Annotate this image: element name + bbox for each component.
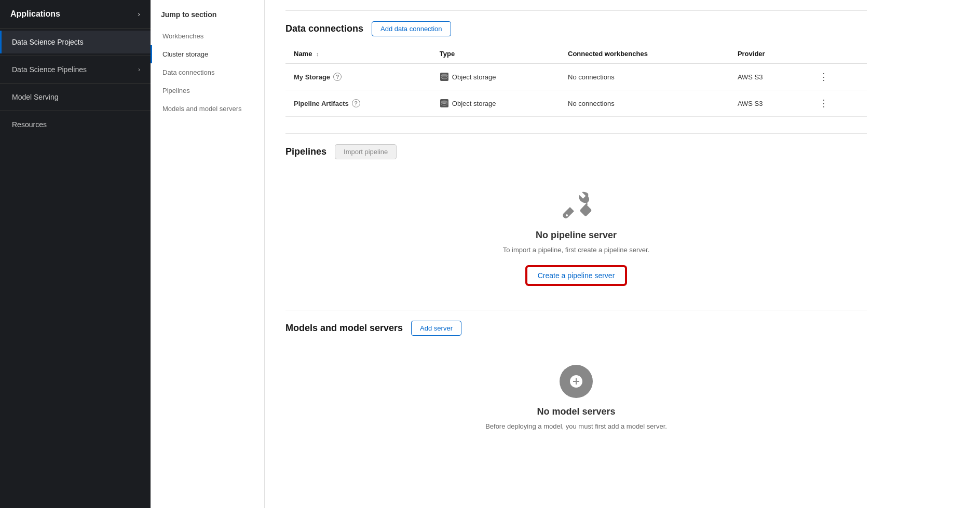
table-cell-connected-workbenches: No connections	[560, 63, 729, 90]
jump-item-workbenches[interactable]: Workbenches	[151, 27, 264, 45]
models-empty-title: No model servers	[537, 406, 615, 417]
sidebar-item-label: Data Science Pipelines	[12, 65, 87, 74]
pipelines-empty-desc: To import a pipeline, first create a pip…	[503, 246, 650, 254]
jump-item-data-connections[interactable]: Data connections	[151, 63, 264, 81]
sidebar: Applications › Data Science Projects Dat…	[0, 0, 151, 508]
row-actions-button[interactable]: ⋮	[815, 70, 833, 84]
col-header-name: Name ↕	[285, 45, 431, 63]
pipelines-title: Pipelines	[285, 146, 326, 157]
data-connections-table: Name ↕ Type Connected workbenches Provid…	[285, 45, 867, 117]
table-cell-name: My Storage ?	[285, 63, 431, 90]
row-type-label: Object storage	[452, 73, 496, 81]
table-header-row: Name ↕ Type Connected workbenches Provid…	[285, 45, 867, 63]
pipelines-header: Pipelines Import pipeline	[285, 134, 867, 168]
table-row: My Storage ? Object storag	[285, 63, 867, 90]
models-title: Models and model servers	[285, 323, 403, 334]
sidebar-item-data-science-projects[interactable]: Data Science Projects	[0, 31, 151, 53]
sidebar-item-label: Model Serving	[12, 93, 59, 101]
table-row: Pipeline Artifacts ? Objec	[285, 90, 867, 117]
col-header-provider: Provider	[729, 45, 807, 63]
info-icon[interactable]: ?	[352, 99, 360, 107]
circle-plus-icon	[560, 365, 593, 398]
row-actions-button[interactable]: ⋮	[815, 96, 833, 111]
add-server-button[interactable]: Add server	[411, 321, 461, 336]
sidebar-item-resources[interactable]: Resources	[0, 113, 151, 136]
pipelines-empty-state: No pipeline server To import a pipeline,…	[285, 168, 867, 306]
pipelines-empty-title: No pipeline server	[536, 230, 617, 241]
models-empty-state: No model servers Before deploying a mode…	[285, 344, 867, 463]
table-cell-provider: AWS S3	[729, 63, 807, 90]
sidebar-divider-1	[0, 56, 151, 56]
jump-item-pipelines[interactable]: Pipelines	[151, 81, 264, 100]
sidebar-item-model-serving[interactable]: Model Serving	[0, 86, 151, 108]
models-empty-desc: Before deploying a model, you must first…	[485, 422, 667, 430]
table-cell-actions: ⋮	[807, 63, 867, 90]
main-content: Data connections Add data connection Nam…	[265, 0, 980, 508]
create-pipeline-server-button[interactable]: Create a pipeline server	[526, 266, 627, 285]
sidebar-item-label: Data Science Projects	[12, 38, 84, 46]
add-data-connection-button[interactable]: Add data connection	[372, 21, 451, 36]
table-cell-name: Pipeline Artifacts ?	[285, 90, 431, 117]
jump-item-models-and-model-servers[interactable]: Models and model servers	[151, 100, 264, 118]
info-icon[interactable]: ?	[333, 73, 342, 81]
applications-nav[interactable]: Applications ›	[0, 0, 151, 29]
jump-panel-title: Jump to section	[151, 10, 264, 27]
sidebar-item-data-science-pipelines[interactable]: Data Science Pipelines ›	[0, 58, 151, 81]
object-storage-icon	[440, 99, 449, 108]
row-name-label: Pipeline Artifacts	[294, 100, 349, 107]
col-header-actions	[807, 45, 867, 63]
applications-label: Applications	[10, 9, 60, 19]
chevron-right-icon: ›	[138, 66, 140, 73]
table-cell-actions: ⋮	[807, 90, 867, 117]
sidebar-item-label: Resources	[12, 120, 47, 129]
jump-item-cluster-storage[interactable]: Cluster storage	[151, 45, 264, 63]
applications-chevron-icon: ›	[138, 10, 140, 18]
models-header: Models and model servers Add server	[285, 310, 867, 344]
sidebar-divider-2	[0, 83, 151, 84]
row-type-label: Object storage	[452, 100, 496, 107]
sidebar-divider-3	[0, 111, 151, 111]
table-cell-provider: AWS S3	[729, 90, 807, 117]
data-connections-header: Data connections Add data connection	[285, 11, 867, 45]
svg-point-3	[441, 101, 447, 103]
sidebar-nav: Data Science Projects Data Science Pipel…	[0, 29, 151, 508]
object-storage-icon	[440, 72, 449, 81]
import-pipeline-button[interactable]: Import pipeline	[335, 144, 397, 159]
jump-panel: Jump to section Workbenches Cluster stor…	[151, 0, 265, 508]
svg-point-1	[441, 74, 447, 77]
col-header-type: Type	[431, 45, 560, 63]
col-header-connected-workbenches: Connected workbenches	[560, 45, 729, 63]
sort-icon[interactable]: ↕	[316, 51, 319, 57]
wrench-icon	[560, 188, 593, 222]
data-connections-title: Data connections	[285, 23, 363, 34]
row-name-label: My Storage	[294, 73, 330, 81]
table-cell-type: Object storage	[431, 90, 560, 117]
table-cell-type: Object storage	[431, 63, 560, 90]
table-cell-connected-workbenches: No connections	[560, 90, 729, 117]
